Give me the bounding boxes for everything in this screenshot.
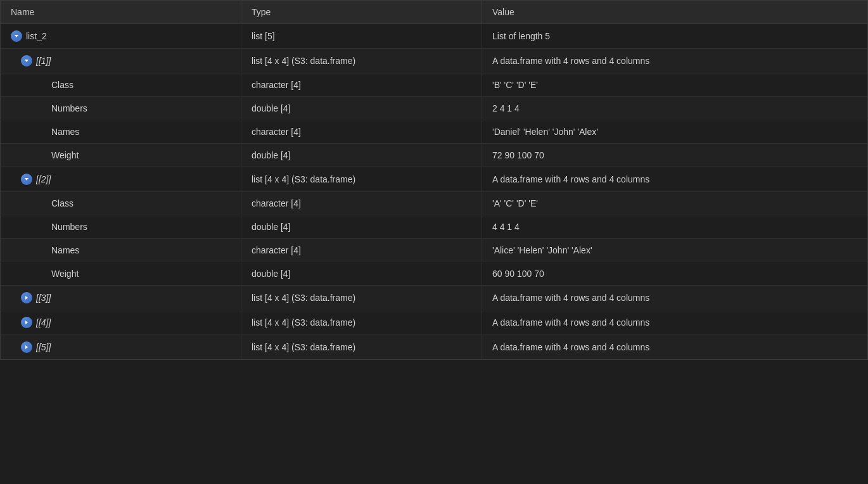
value-cell: 60 90 100 70: [482, 262, 867, 285]
name-cell: list_2: [1, 24, 241, 48]
type-cell: double [4]: [241, 262, 482, 285]
value-cell: 4 4 1 4: [482, 215, 867, 238]
table-row[interactable]: [[4]]list [4 x 4] (S3: data.frame)A data…: [1, 310, 867, 335]
row-name: Class: [51, 198, 73, 208]
name-cell: Names: [1, 239, 241, 262]
value-cell: 'Daniel' 'Helen' 'John' 'Alex': [482, 120, 867, 143]
header-value: Value: [482, 1, 867, 23]
name-cell: [[3]]: [1, 286, 241, 310]
type-cell: double [4]: [241, 144, 482, 167]
row-name: [[5]]: [36, 342, 51, 352]
row-name: [[2]]: [36, 174, 51, 184]
value-cell: List of length 5: [482, 24, 867, 48]
svg-marker-5: [25, 345, 28, 349]
value-cell: A data.frame with 4 rows and 4 columns: [482, 310, 867, 334]
name-cell: Numbers: [1, 97, 241, 120]
row-name: list_2: [26, 31, 47, 41]
value-cell: 2 4 1 4: [482, 97, 867, 120]
type-cell: list [4 x 4] (S3: data.frame): [241, 167, 482, 191]
name-cell: [[5]]: [1, 335, 241, 359]
row-name: [[3]]: [36, 293, 51, 303]
row-name: [[1]]: [36, 56, 51, 66]
value-cell: A data.frame with 4 rows and 4 columns: [482, 335, 867, 359]
expand-icon[interactable]: [21, 317, 32, 328]
type-cell: character [4]: [241, 120, 482, 143]
type-cell: double [4]: [241, 215, 482, 238]
collapse-icon[interactable]: [21, 174, 32, 185]
value-cell: 72 90 100 70: [482, 144, 867, 167]
name-cell: [[4]]: [1, 310, 241, 334]
row-name: Weight: [51, 150, 79, 160]
name-cell: Weight: [1, 144, 241, 167]
expand-icon[interactable]: [21, 341, 32, 353]
name-cell: Class: [1, 73, 241, 96]
svg-marker-3: [25, 296, 28, 300]
value-cell: A data.frame with 4 rows and 4 columns: [482, 286, 867, 310]
name-cell: Numbers: [1, 215, 241, 238]
type-cell: list [5]: [241, 24, 482, 48]
row-name: [[4]]: [36, 317, 51, 328]
table-row[interactable]: list_2list [5]List of length 5: [1, 24, 867, 49]
value-cell: A data.frame with 4 rows and 4 columns: [482, 49, 867, 73]
svg-marker-1: [25, 60, 29, 62]
svg-marker-2: [25, 178, 29, 181]
svg-marker-0: [15, 35, 18, 37]
type-cell: list [4 x 4] (S3: data.frame): [241, 286, 482, 310]
row-name: Class: [51, 80, 73, 90]
table-row[interactable]: [[5]]list [4 x 4] (S3: data.frame)A data…: [1, 335, 867, 359]
type-cell: double [4]: [241, 97, 482, 120]
table-row: Numbersdouble [4]4 4 1 4: [1, 215, 867, 239]
row-name: Numbers: [51, 222, 87, 232]
name-cell: [[1]]: [1, 49, 241, 73]
table-row: Classcharacter [4]'A' 'C' 'D' 'E': [1, 192, 867, 215]
name-cell: Names: [1, 120, 241, 143]
table-row: Classcharacter [4]'B' 'C' 'D' 'E': [1, 73, 867, 97]
expand-icon[interactable]: [21, 292, 32, 303]
value-cell: 'Alice' 'Helen' 'John' 'Alex': [482, 239, 867, 262]
header-name: Name: [1, 1, 241, 23]
table-row[interactable]: [[2]]list [4 x 4] (S3: data.frame)A data…: [1, 167, 867, 192]
header-type: Type: [241, 1, 482, 23]
table-row[interactable]: [[3]]list [4 x 4] (S3: data.frame)A data…: [1, 286, 867, 310]
table-row: Numbersdouble [4]2 4 1 4: [1, 97, 867, 120]
row-name: Names: [51, 127, 79, 137]
table-row: Namescharacter [4]'Daniel' 'Helen' 'John…: [1, 120, 867, 144]
row-name: Numbers: [51, 103, 87, 113]
table-row: Weightdouble [4]72 90 100 70: [1, 144, 867, 167]
name-cell: Weight: [1, 262, 241, 285]
environment-table: Name Type Value list_2list [5]List of le…: [0, 0, 868, 360]
name-cell: [[2]]: [1, 167, 241, 191]
svg-marker-4: [25, 321, 28, 324]
table-row[interactable]: [[1]]list [4 x 4] (S3: data.frame)A data…: [1, 49, 867, 73]
table-body: list_2list [5]List of length 5[[1]]list …: [1, 24, 867, 359]
value-cell: 'A' 'C' 'D' 'E': [482, 192, 867, 215]
name-cell: Class: [1, 192, 241, 215]
table-row: Weightdouble [4]60 90 100 70: [1, 262, 867, 286]
type-cell: list [4 x 4] (S3: data.frame): [241, 49, 482, 73]
value-cell: 'B' 'C' 'D' 'E': [482, 73, 867, 96]
type-cell: character [4]: [241, 239, 482, 262]
type-cell: list [4 x 4] (S3: data.frame): [241, 310, 482, 334]
table-header: Name Type Value: [1, 1, 867, 24]
value-cell: A data.frame with 4 rows and 4 columns: [482, 167, 867, 191]
collapse-icon[interactable]: [21, 55, 32, 67]
table-row: Namescharacter [4]'Alice' 'Helen' 'John'…: [1, 239, 867, 262]
type-cell: list [4 x 4] (S3: data.frame): [241, 335, 482, 359]
type-cell: character [4]: [241, 73, 482, 96]
row-name: Weight: [51, 269, 79, 279]
type-cell: character [4]: [241, 192, 482, 215]
row-name: Names: [51, 245, 79, 255]
collapse-icon[interactable]: [11, 30, 22, 42]
